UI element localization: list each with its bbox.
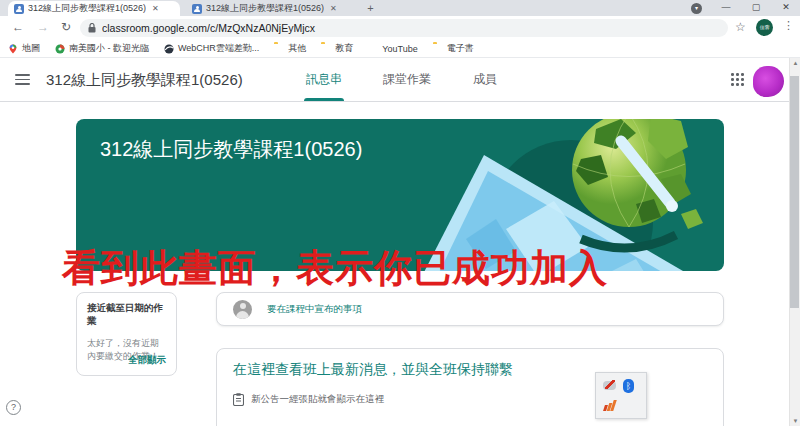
- bookmark-folder-other[interactable]: 其他: [274, 42, 306, 55]
- tab-close-icon[interactable]: ✕: [150, 4, 161, 14]
- bookmark-folder-education[interactable]: 教育: [321, 42, 353, 55]
- school-site-icon: [55, 44, 65, 54]
- address-bar[interactable]: classroom.google.com/c/MzQxNzA0NjEyMjcx: [80, 19, 728, 37]
- browser-tab-1[interactable]: 312線上同步教學課程1(0526) ✕: [8, 1, 180, 16]
- bookmarks-bar: 地圖 南美國小 - 歡迎光臨 WebCHR雲端差勤... 其他 教育 YouTu…: [0, 40, 800, 58]
- hardware-device-icon[interactable]: [603, 381, 616, 390]
- banner-course-title: 312線上同步教學課程1(0526): [100, 136, 362, 163]
- bookmark-label: 南美國小 - 歡迎光臨: [69, 42, 149, 55]
- help-button[interactable]: ?: [6, 400, 21, 415]
- tab-stream[interactable]: 訊息串: [296, 58, 352, 101]
- bookmark-folder-ebook[interactable]: 電子書: [433, 42, 474, 55]
- bookmark-label: 電子書: [447, 42, 474, 55]
- annotation-overlay-text: 看到此畫面，表示你已成功加入: [62, 243, 608, 294]
- classroom-favicon-icon: [14, 4, 24, 14]
- bluetooth-icon[interactable]: ᛒ: [623, 379, 634, 393]
- bookmark-maps[interactable]: 地圖: [8, 42, 40, 55]
- forward-icon[interactable]: →: [37, 20, 49, 34]
- upcoming-title: 接近截至日期的作業: [87, 302, 166, 328]
- stream-empty-card: 在這裡查看班上最新消息，並與全班保持聯繫 新公告一經張貼就會顯示在這裡: [216, 348, 724, 426]
- announce-prompt-text: 要在課程中宣布的事項: [267, 303, 362, 316]
- bookmark-label: 其他: [288, 42, 306, 55]
- hamburger-menu-icon[interactable]: [15, 74, 30, 85]
- tab-people[interactable]: 成員: [463, 58, 507, 101]
- announce-prompt-card[interactable]: 要在課程中宣布的事項: [216, 292, 724, 326]
- browser-tab-strip: 312線上同步教學課程1(0526) ✕ 312線上同步教學課程1(0526) …: [0, 0, 800, 16]
- browser-toolbar: ← → ↻ classroom.google.com/c/MzQxNzA0NjE…: [0, 16, 800, 40]
- bookmark-label: 教育: [335, 42, 353, 55]
- tab-close-icon[interactable]: ✕: [328, 4, 339, 14]
- scroll-down-icon[interactable]: ▼: [790, 416, 800, 426]
- signal-bars-icon[interactable]: [604, 400, 617, 411]
- window-maximize-button[interactable]: ▢: [742, 0, 770, 16]
- url-text: classroom.google.com/c/MzQxNzA0NjEyMjcx: [102, 22, 315, 34]
- upcoming-work-card: 接近截至日期的作業 太好了，沒有近期內要繳交的作業！ 全部顯示: [76, 292, 177, 376]
- window-minimize-button[interactable]: —: [712, 0, 740, 16]
- scroll-up-icon[interactable]: ▲: [790, 58, 800, 68]
- lock-icon: [88, 23, 96, 33]
- classroom-header: 312線上同步教學課程1(0526) 訊息串 課堂作業 成員: [0, 58, 789, 102]
- back-icon[interactable]: ←: [12, 20, 24, 34]
- tab-title: 312線上同步教學課程1(0526): [28, 2, 146, 15]
- tab-label: 課堂作業: [383, 71, 431, 88]
- tab-classwork[interactable]: 課堂作業: [373, 58, 441, 101]
- globe-icon: [164, 44, 174, 54]
- chrome-menu-icon[interactable]: ⋮: [783, 19, 794, 32]
- tab-label: 成員: [473, 71, 497, 88]
- browser-tab-2[interactable]: 312線上同步教學課程1(0526) ✕: [186, 1, 358, 16]
- bookmark-label: WebCHR雲端差勤...: [178, 42, 259, 55]
- scrollbar-thumb[interactable]: [790, 76, 799, 308]
- system-tray-popup: ᛒ: [595, 372, 647, 419]
- bookmark-star-icon[interactable]: ☆: [735, 20, 746, 34]
- bookmark-school-site[interactable]: 南美國小 - 歡迎光臨: [55, 42, 149, 55]
- google-apps-grid-icon[interactable]: [731, 73, 744, 86]
- user-avatar-icon: [233, 300, 252, 319]
- chrome-profile-icon[interactable]: ▾: [691, 3, 702, 14]
- tab-label: 訊息串: [306, 71, 342, 88]
- clipboard-icon: [233, 393, 244, 406]
- reload-icon[interactable]: ↻: [61, 20, 71, 34]
- classroom-favicon-icon: [192, 4, 202, 14]
- view-all-link[interactable]: 全部顯示: [128, 354, 166, 367]
- browser-account-avatar[interactable]: 佳蓉: [756, 19, 773, 36]
- maps-pin-icon: [8, 44, 18, 54]
- tab-title: 312線上同步教學課程1(0526): [206, 2, 324, 15]
- bookmark-label: 地圖: [22, 42, 40, 55]
- stream-empty-subtext: 新公告一經張貼就會顯示在這裡: [251, 393, 384, 406]
- classroom-account-avatar[interactable]: [753, 66, 784, 97]
- bookmark-webchr[interactable]: WebCHR雲端差勤...: [164, 42, 259, 55]
- course-title: 312線上同步教學課程1(0526): [46, 71, 243, 90]
- new-tab-button[interactable]: +: [364, 2, 377, 15]
- window-close-button[interactable]: ✕: [772, 0, 800, 16]
- bookmark-label: YouTube: [382, 44, 417, 54]
- bookmark-youtube[interactable]: YouTube: [368, 44, 417, 54]
